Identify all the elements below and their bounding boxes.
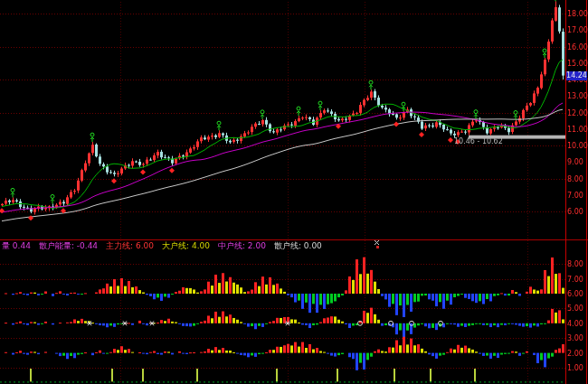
price-axis-label: 15.00	[567, 60, 588, 68]
price-axis-label: 8.00	[567, 175, 588, 183]
indicator-label-1: 散户能量: -0.44	[39, 240, 98, 252]
sub-axis-label: 1.00	[567, 364, 588, 372]
last-price-badge: 14.24	[566, 71, 587, 80]
price-axis-label: 16.00	[567, 43, 588, 52]
sub-axis-label: 2.00	[567, 350, 588, 358]
indicator-label-5: 散户线: 0.00	[274, 240, 322, 252]
sub-axis-label: 6.00	[567, 290, 588, 298]
chart-canvas[interactable]	[0, 0, 588, 384]
price-axis-label: 6.00	[567, 208, 588, 216]
sub-axis-label: 3.00	[567, 334, 588, 342]
indicator-label-3: 大户线: 4.00	[162, 240, 210, 252]
price-axis-label: 18.00	[567, 10, 588, 18]
price-axis-label: 17.00	[567, 26, 588, 34]
price-range-label: 10.46 - 10.62	[454, 137, 503, 145]
sub-axis-label: 7.00	[567, 276, 588, 284]
sub-axis-label: 5.00	[567, 304, 588, 313]
sub-axis-label: 4.00	[567, 320, 588, 328]
price-axis-label: 7.00	[567, 192, 588, 200]
price-axis-label: 12.00	[567, 109, 588, 117]
indicator-label-4: 中户线: 2.00	[218, 240, 266, 252]
price-axis-label: 9.00	[567, 158, 588, 166]
price-axis-label: 11.00	[567, 126, 588, 134]
indicator-label-0: 量 0.44	[2, 240, 31, 252]
sub-axis-label: 8.00	[567, 260, 588, 268]
indicator-label-2: 主力线: 6.00	[106, 240, 154, 252]
price-axis-label: 13.00	[567, 92, 588, 100]
indicator-header-row: 量 0.44散户能量: -0.44主力线: 6.00大户线: 4.00中户线: …	[2, 240, 322, 252]
tdx-stock-chart-window: 量 0.44散户能量: -0.44主力线: 6.00大户线: 4.00中户线: …	[0, 0, 588, 384]
price-axis-label: 10.00	[567, 142, 588, 150]
